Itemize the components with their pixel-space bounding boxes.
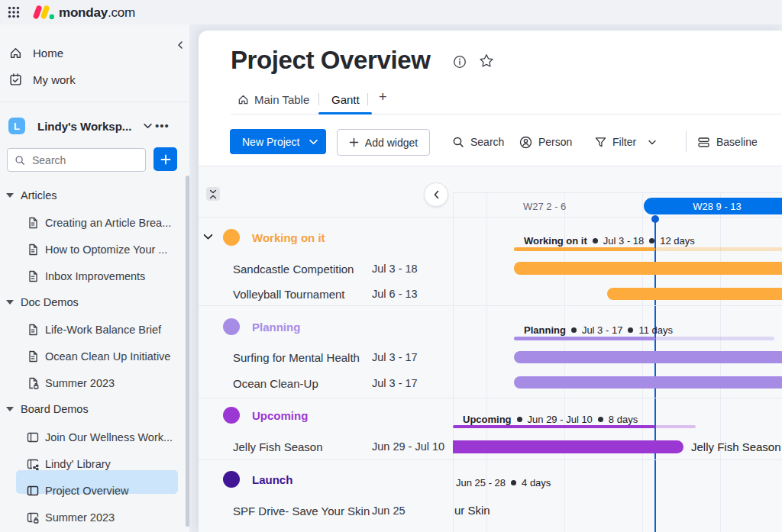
timeline-top-line [453,192,782,193]
sidebar-item-my-work[interactable]: My work [9,71,76,88]
group-title-upcoming[interactable]: Upcoming [252,409,308,422]
home-icon [9,47,22,60]
info-icon[interactable] [453,55,467,69]
section-label: Doc Demos [21,296,79,308]
filter-label: Filter [612,136,636,148]
gantt-bar-jelly-fish-season[interactable] [453,440,683,453]
tab-main-table[interactable]: Main Table [238,92,309,107]
summary-range: Jul 3 - 18 [603,235,644,247]
sidebar-section-doc-demos[interactable]: Doc Demos [6,295,79,310]
task-name[interactable]: Volleyball Tournament [233,288,344,301]
summary-duration: 11 days [638,324,673,336]
new-project-button[interactable]: New Project [230,129,326,154]
workspace-name: Lindy's Worksp... [37,120,131,133]
group-title-working-on-it[interactable]: Working on it [252,231,325,244]
summary-duration: 12 days [660,235,695,247]
monday-logo-text[interactable]: monday.com [59,5,135,21]
group-summary-bar [514,247,655,251]
group-summary-launch: Jun 25 - 28 4 days [456,476,551,489]
sidebar-item-label: Project Overview [45,485,129,497]
top-bar: monday.com [0,0,782,24]
app-grid-icon[interactable] [8,6,20,18]
group-collapse-icon[interactable] [203,234,213,240]
summary-name: Planning [524,324,566,336]
sidebar-item-doc[interactable]: Ocean Clean Up Initiative [27,348,170,365]
pane-divider [453,192,454,532]
group-title-launch[interactable]: Launch [252,473,292,486]
baseline-icon [697,137,710,148]
group-color-dot [223,318,240,335]
gantt-bar-sandcastle-competition[interactable] [514,262,782,275]
chevron-down-icon [309,139,318,145]
toolbar-divider [686,131,687,152]
task-date[interactable]: Jun 25 [372,505,406,517]
sidebar-collapse-icon[interactable] [176,40,185,50]
sidebar-item-doc[interactable]: Creating an Article Brea... [27,214,171,231]
baseline-button[interactable]: Baseline [697,134,758,150]
search-input[interactable] [31,153,125,167]
board-icon [27,431,39,443]
sidebar-item-home[interactable]: Home [9,44,63,61]
add-board-button[interactable] [153,147,177,171]
summary-range: Jun 25 - 28 [456,477,506,488]
search-button[interactable]: Search [452,134,504,150]
sidebar-item-project-overview[interactable]: Project Overview [27,482,129,499]
task-name[interactable]: Ocean Clean-Up [233,377,318,390]
group-separator [199,398,782,398]
sidebar-item-label: Life-Work Balance Brief [45,324,161,336]
gantt-bar-surfing-for-mental-health[interactable] [514,351,782,363]
filter-button[interactable]: Filter [595,134,656,150]
sidebar-item-doc[interactable]: Life-Work Balance Brief [27,321,161,338]
sidebar-item-label: Summer 2023 [45,377,115,389]
sidebar-item-doc-locked[interactable]: Summer 2023 [27,375,115,392]
group-title-planning[interactable]: Planning [252,321,300,334]
add-widget-button[interactable]: Add widget [337,129,430,156]
doc-icon [27,243,39,256]
collapse-all-groups-button[interactable] [206,187,220,201]
gantt-bar-volleyball-tournament[interactable] [607,288,782,300]
task-date[interactable]: Jul 3 - 17 [372,351,418,363]
doc-lock-icon [27,377,39,389]
task-name[interactable]: SPF Drive- Save Your Skin [233,505,370,517]
task-date[interactable]: Jun 29 - Jul 10 [372,440,444,453]
gantt-bar-ocean-clean-up[interactable] [514,376,782,389]
task-date[interactable]: Jul 6 - 13 [372,288,418,300]
sidebar-item-doc[interactable]: Inbox Improvements [27,268,145,285]
person-filter-button[interactable]: Person [519,134,572,150]
sidebar-item-board[interactable]: Join Our Wellness Work... [27,429,173,446]
task-date[interactable]: Jul 3 - 18 [372,263,418,275]
collapse-task-panel-button[interactable] [424,182,448,207]
dot-separator [571,327,577,333]
add-tab-button[interactable]: + [379,89,387,105]
section-label: Articles [21,189,57,202]
timeline-header-line [199,217,782,218]
workspace-selector[interactable]: L Lindy's Worksp... [8,117,152,135]
workspace-menu-icon[interactable]: ••• [155,119,170,132]
search-label: Search [470,136,504,148]
sidebar-item-doc[interactable]: How to Optomize Your ... [27,241,167,258]
sidebar-item-label: Creating an Article Brea... [45,217,171,229]
group-color-dot [223,407,240,424]
sidebar-section-board-demos[interactable]: Board Demos [6,401,89,417]
chevron-left-icon [433,190,440,199]
board-share-icon [27,458,39,470]
sidebar-section-articles[interactable]: Articles [6,188,57,203]
dot-separator [517,417,522,422]
dot-separator [593,238,598,243]
task-name[interactable]: Jelly Fish Season [233,440,323,453]
board-icon [27,485,39,497]
sidebar-item-board-locked[interactable]: Summer 2023 [27,509,115,526]
plus-icon [349,137,359,147]
tab-gantt[interactable]: Gantt [331,92,360,107]
sidebar-scrollbar[interactable] [186,176,189,527]
bar-label-jelly-fish-season: Jelly Fish Season [691,440,781,453]
search-icon [15,155,25,166]
task-date[interactable]: Jul 3 - 17 [372,377,418,389]
sidebar-search[interactable] [7,148,146,172]
task-name[interactable]: Surfing for Mental Health [233,351,360,364]
group-color-dot [223,471,240,488]
favorite-star-icon[interactable] [479,53,494,69]
task-name[interactable]: Sandcastle Competition [233,263,354,276]
monday-logo-icon[interactable] [32,4,55,21]
chevron-down-icon [144,123,152,129]
